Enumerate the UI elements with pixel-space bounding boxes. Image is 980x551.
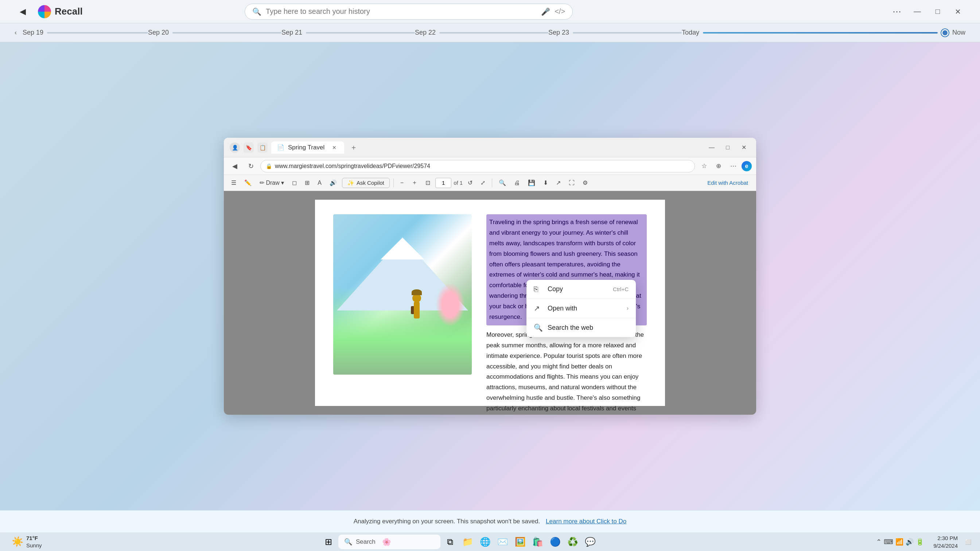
taskbar-recall[interactable]: ♻️: [565, 534, 581, 549]
zoom-in-button[interactable]: ＋: [409, 177, 420, 189]
pdf-view-button[interactable]: ⊞: [302, 177, 312, 189]
search-input[interactable]: [266, 7, 537, 16]
pdf-download-button[interactable]: ⬇: [540, 177, 551, 189]
tab-close-button[interactable]: ✕: [330, 144, 338, 152]
timeline-track-sep19: [47, 32, 148, 33]
browser-tab-spring-travel[interactable]: 📄 Spring Travel ✕: [271, 141, 344, 154]
timeline-item-sep21[interactable]: Sep 21: [282, 29, 415, 37]
browser-ext-icon2[interactable]: 📋: [258, 143, 267, 153]
browser-close-button[interactable]: ✕: [737, 141, 750, 154]
collections-icon[interactable]: ⊕: [713, 160, 725, 172]
pdf-settings-button[interactable]: ⚙: [580, 177, 590, 189]
start-button[interactable]: ⊞: [321, 534, 336, 549]
timeline-item-today[interactable]: Today: [682, 29, 949, 37]
more-button[interactable]: ⋯: [889, 5, 904, 19]
pdf-text-button[interactable]: A: [315, 177, 325, 189]
refresh-button[interactable]: ↻: [244, 160, 258, 173]
zoom-out-button[interactable]: −: [398, 177, 407, 189]
search-icon: 🔍: [252, 7, 261, 16]
new-tab-button[interactable]: ＋: [348, 142, 360, 153]
weather-desc: Sunny: [26, 542, 42, 549]
toolbar-divider2: [492, 179, 492, 187]
taskbar-photos[interactable]: 🖼️: [512, 534, 528, 549]
taskbar-teams[interactable]: 💬: [582, 534, 598, 549]
system-clock[interactable]: 2:30 PM 9/24/2024: [931, 533, 961, 551]
taskbar-search[interactable]: 🔍 Search 🌸: [338, 535, 441, 549]
pdf-search-button[interactable]: 🔍: [496, 177, 509, 189]
pdf-read-aloud-button[interactable]: 🔊: [327, 177, 340, 189]
clock-time: 2:30 PM: [933, 534, 958, 542]
pdf-content-area: Traveling in the spring brings a fresh s…: [224, 191, 756, 415]
taskbar-left: ☀️ 71°F Sunny: [7, 533, 46, 550]
code-icon[interactable]: </>: [555, 7, 565, 16]
open-with-label: Open with: [547, 305, 577, 312]
browser-maximize-button[interactable]: □: [721, 141, 734, 154]
edge-browser-icon[interactable]: e: [741, 161, 752, 171]
pdf-fullscreen2-button[interactable]: ⛶: [566, 177, 578, 189]
taskbar-mail[interactable]: ✉️: [495, 534, 511, 549]
back-button[interactable]: ◀: [14, 4, 30, 20]
search-web-label: Search the web: [547, 324, 593, 332]
pdf-share-button[interactable]: ↗: [553, 177, 564, 189]
weather-temp: 71°F: [26, 535, 42, 542]
browser-profile-icon[interactable]: 👤: [230, 143, 240, 153]
context-menu-open-with[interactable]: ↗ Open with ›: [527, 299, 636, 318]
close-button[interactable]: ✕: [951, 5, 966, 19]
pdf-save-button[interactable]: 💾: [525, 177, 538, 189]
pdf-fullscreen-button[interactable]: ⤢: [477, 177, 488, 189]
context-menu-search-web[interactable]: 🔍 Search the web: [527, 318, 636, 337]
timeline-item-sep20[interactable]: Sep 20: [148, 29, 282, 37]
taskbar-files[interactable]: 📁: [460, 534, 476, 549]
search-web-icon: 🔍: [534, 323, 542, 332]
more-tools-button[interactable]: ⋯: [727, 160, 740, 172]
favorites-icon[interactable]: ☆: [698, 160, 710, 172]
learn-more-link[interactable]: Learn more about Click to Do: [546, 518, 626, 525]
timeline-item-sep23[interactable]: Sep 23: [548, 29, 682, 37]
browser-minimize-button[interactable]: —: [705, 141, 718, 154]
copilot-label: Ask Copilot: [356, 179, 384, 186]
fit-page-button[interactable]: ⊡: [423, 177, 433, 189]
show-desktop-button[interactable]: ⬜: [964, 539, 973, 545]
weather-widget[interactable]: ☀️ 71°F Sunny: [7, 533, 46, 550]
pdf-print-button[interactable]: 🖨: [511, 177, 523, 189]
page-number-input[interactable]: [435, 178, 451, 188]
mountain-cap: [380, 238, 425, 259]
address-bar[interactable]: 🔒 www.margiestravel.com/springtravelidea…: [260, 160, 695, 172]
cherry-blossom-tree: [436, 283, 465, 327]
browser-toolbar-right: ☆ ⊕ ⋯ e: [698, 160, 752, 172]
tray-network-icon[interactable]: 📶: [896, 538, 904, 546]
browser-ext-icon1[interactable]: 🔖: [243, 143, 254, 153]
timeline-back-chevron[interactable]: ‹: [14, 29, 17, 37]
edit-acrobat-button[interactable]: Edit with Acrobat: [704, 178, 752, 187]
status-bar: Analyzing everything on your screen. Thi…: [0, 510, 980, 532]
back-nav-button[interactable]: ◀: [228, 160, 241, 173]
tray-battery-icon[interactable]: 🔋: [916, 538, 924, 546]
recall-top-right-controls: ⋯ — □ ✕: [889, 5, 966, 19]
pdf-menu-button[interactable]: ☰: [228, 177, 239, 189]
mic-icon[interactable]: 🎤: [541, 7, 550, 16]
context-menu-copy[interactable]: ⎘ Copy Ctrl+C: [527, 280, 636, 299]
taskbar-browser[interactable]: 🌐: [477, 534, 493, 549]
timeline-dot: [941, 29, 949, 37]
tray-keyboard-icon[interactable]: ⌨: [884, 538, 893, 546]
pdf-draw-button[interactable]: ✏ Draw ▾: [257, 177, 287, 189]
pdf-erase-button[interactable]: ◻: [289, 177, 300, 189]
pdf-highlight-button[interactable]: ✏️: [241, 177, 255, 189]
tray-chevron[interactable]: ⌃: [876, 538, 881, 546]
timeline-item-sep19[interactable]: ‹ Sep 19: [14, 29, 148, 37]
ask-copilot-button[interactable]: ✨ Ask Copilot: [342, 178, 390, 188]
taskbar-center: ⊞ 🔍 Search 🌸 ⧉ 📁 🌐 ✉️ 🖼️ 🛍️ 🔵 ♻️ 💬: [46, 534, 873, 549]
recall-logo-icon: [38, 5, 51, 18]
taskbar-edge[interactable]: 🔵: [547, 534, 563, 549]
open-with-icon: ↗: [534, 304, 542, 313]
recall-search-bar[interactable]: 🔍 🎤 </>: [245, 4, 573, 20]
maximize-button[interactable]: □: [931, 5, 945, 19]
timeline-track-sep22: [439, 32, 548, 33]
taskbar-task-view[interactable]: ⧉: [442, 534, 458, 549]
timeline-item-sep22[interactable]: Sep 22: [415, 29, 548, 37]
system-tray: ⌃ ⌨ 📶 🔊 🔋: [872, 537, 928, 547]
taskbar-store[interactable]: 🛍️: [530, 534, 546, 549]
tray-volume-icon[interactable]: 🔊: [905, 538, 914, 546]
rotate-button[interactable]: ↺: [465, 177, 476, 189]
minimize-button[interactable]: —: [910, 5, 924, 19]
